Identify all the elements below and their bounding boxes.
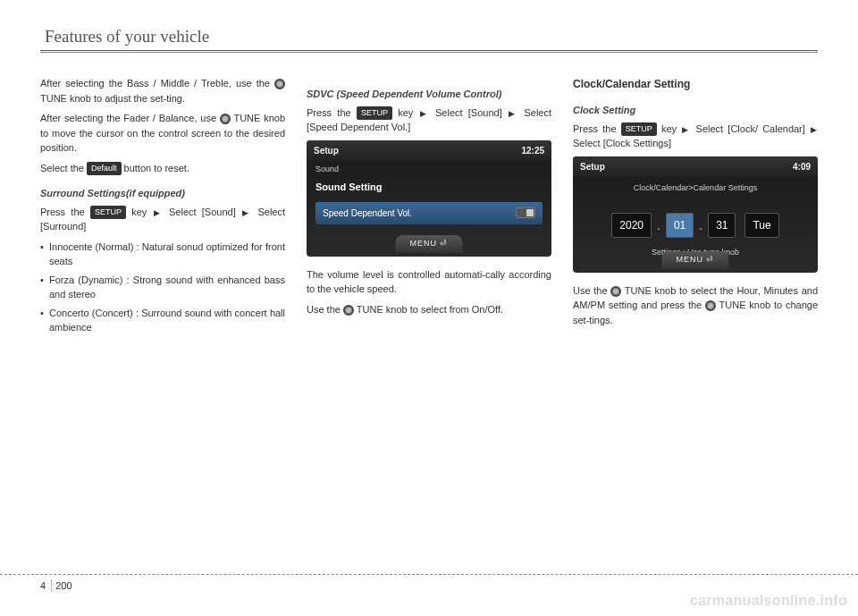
arrow-icon: ▶ xyxy=(810,125,818,134)
page-number: 4 200 xyxy=(40,580,72,591)
manual-page: Features of your vehicle After selecting… xyxy=(0,0,858,360)
dow-box: Tue xyxy=(744,213,778,238)
text: After selecting the Bass / Middle / Treb… xyxy=(40,78,274,89)
text: Select [Clock Settings] xyxy=(573,138,671,148)
watermark: carmanualsonline.info xyxy=(690,593,847,609)
setup-button-label: SETUP xyxy=(621,122,657,137)
month-box: 01 xyxy=(666,213,694,238)
footer-rule xyxy=(0,574,858,575)
screen-time: 4:09 xyxy=(793,160,811,173)
text: TUNE knob to select from On/Off. xyxy=(357,304,503,315)
text: Select [Sound] xyxy=(169,207,241,217)
row-label: Speed Dependent Vol. xyxy=(323,207,412,220)
year-box: 2020 xyxy=(611,213,652,238)
setup-button-label: SETUP xyxy=(90,206,126,220)
sdvc-heading: SDVC (Speed Dependent Volume Control) xyxy=(307,87,551,102)
arrow-icon: ▶ xyxy=(153,208,164,217)
screen-time: 12:25 xyxy=(521,144,544,157)
arrow-icon: ▶ xyxy=(681,125,691,134)
screen-crumb1: Sound xyxy=(307,161,551,179)
para-tune-bass: After selecting the Bass / Middle / Treb… xyxy=(40,76,285,105)
surround-list: Innocente (Normal) : Natural sonud optim… xyxy=(40,240,285,335)
para-surround-press: Press the SETUP key ▶ Select [Sound] ▶ S… xyxy=(40,205,285,234)
text: key xyxy=(398,107,413,118)
text: key xyxy=(661,123,677,134)
clock-calendar-heading: Clock/Calendar Setting xyxy=(573,76,818,92)
screen-topbar: Setup 4:09 xyxy=(573,156,818,177)
separator: . xyxy=(655,216,662,235)
menu-button: MENU ⏎ xyxy=(396,235,463,253)
clock-setting-heading: Clock Setting xyxy=(573,103,818,118)
screen-title: Setup xyxy=(314,144,339,157)
tune-knob-icon xyxy=(610,286,621,297)
para-sdvc-press: Press the SETUP key ▶ Select [Sound] ▶ S… xyxy=(307,105,551,135)
tune-knob-icon xyxy=(343,305,354,316)
screen-title: Setup xyxy=(580,160,605,173)
text: After selecting the Fader / Balance, use xyxy=(40,113,220,123)
text: key xyxy=(131,207,147,217)
column-1: After selecting the Bass / Middle / Treb… xyxy=(40,76,285,342)
para-sdvc-use: Use the TUNE knob to select from On/Off. xyxy=(307,302,551,317)
text: Select [Sound] xyxy=(435,107,508,118)
tune-knob-icon xyxy=(220,114,231,124)
text: Use the xyxy=(573,285,610,296)
day-box: 31 xyxy=(708,213,736,238)
arrow-icon: ▶ xyxy=(508,109,518,118)
menu-button: MENU ⏎ xyxy=(662,251,729,269)
surround-heading: Surround Settings(if equipped) xyxy=(40,186,285,201)
tune-knob-icon xyxy=(705,300,716,311)
toggle-icon xyxy=(516,207,535,218)
setup-button-label: SETUP xyxy=(357,106,392,121)
para-default: Select the Default button to reset. xyxy=(40,161,285,176)
para-clock-press: Press the SETUP key ▶ Select [Clock/ Cal… xyxy=(573,122,818,151)
text: Press the xyxy=(573,123,621,134)
text: TUNE knob to adjust the set-ting. xyxy=(40,93,185,104)
para-clock-use: Use the TUNE knob to select the Hour, Mi… xyxy=(573,283,818,328)
arrow-icon: ▶ xyxy=(241,208,252,217)
rule-thick xyxy=(40,50,818,51)
separator: . xyxy=(697,216,704,235)
para-fader-balance: After selecting the Fader / Balance, use… xyxy=(40,111,285,156)
screen-crumb: Clock/Calendar>Calendar Settings xyxy=(573,177,818,198)
tune-knob-icon xyxy=(274,79,285,89)
list-item: Innocente (Normal) : Natural sonud optim… xyxy=(40,240,285,269)
text: Select the xyxy=(40,163,87,173)
text: Press the xyxy=(40,207,90,217)
list-item: Concerto (Concert) : Surround sound with… xyxy=(40,306,285,335)
column-3: Clock/Calendar Setting Clock Setting Pre… xyxy=(573,76,818,342)
content-columns: After selecting the Bass / Middle / Treb… xyxy=(40,76,818,342)
screen-topbar: Setup 12:25 xyxy=(307,140,551,161)
text: Use the xyxy=(307,304,343,315)
column-2: SDVC (Speed Dependent Volume Control) Pr… xyxy=(307,76,551,342)
section-header: Features of your vehicle xyxy=(40,27,818,46)
date-row: 2020 . 01 . 31 Tue xyxy=(573,213,818,238)
rule-thin xyxy=(40,52,818,53)
page-num: 200 xyxy=(51,580,72,591)
list-item: Forza (Dynamic) : Strong sound with enha… xyxy=(40,273,285,302)
clock-screenshot: Setup 4:09 Clock/Calendar>Calendar Setti… xyxy=(573,156,818,273)
chapter-num: 4 xyxy=(40,580,46,591)
arrow-icon: ▶ xyxy=(419,109,430,118)
default-button-label: Default xyxy=(87,162,122,176)
para-sdvc-desc: The volume level is controlled automati-… xyxy=(307,267,551,297)
sdvc-screenshot: Setup 12:25 Sound Sound Setting Speed De… xyxy=(307,140,551,257)
text: Press the xyxy=(307,107,357,118)
screen-crumb2: Sound Setting xyxy=(307,178,551,197)
text: Select [Clock/ Calendar] xyxy=(696,123,805,134)
screen-row: Speed Dependent Vol. xyxy=(315,202,543,224)
text: button to reset. xyxy=(124,163,189,173)
